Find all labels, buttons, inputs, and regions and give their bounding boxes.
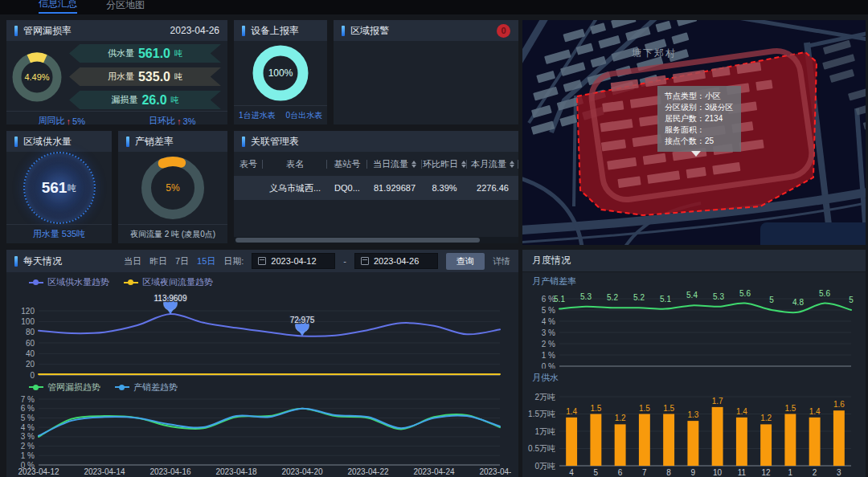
supply-value: 561 xyxy=(42,179,68,197)
svg-text:1.6: 1.6 xyxy=(833,400,845,409)
meter-out-count: 0台出水表 xyxy=(285,110,322,121)
svg-text:1.2: 1.2 xyxy=(615,414,626,422)
device-pct-label: 100% xyxy=(268,67,293,79)
svg-text:2023-04-24: 2023-04-24 xyxy=(413,467,455,476)
svg-text:100: 100 xyxy=(21,317,35,326)
calendar-icon xyxy=(361,257,369,265)
range-button-7d[interactable]: 7日 xyxy=(175,255,189,267)
svg-text:5: 5 xyxy=(769,296,774,304)
panel-accent-bar xyxy=(126,137,129,147)
svg-text:3 %: 3 % xyxy=(542,328,555,337)
legend-marker-icon xyxy=(29,282,43,283)
col-meter-name[interactable]: 表名 xyxy=(263,158,327,170)
legend-nrw-trend[interactable]: 产销差趋势 xyxy=(115,380,178,394)
svg-text:5.6: 5.6 xyxy=(819,289,830,298)
leakage-pct-label: 4.49% xyxy=(24,72,49,82)
col-meter-no[interactable]: 表号 xyxy=(234,158,263,170)
svg-text:1.4: 1.4 xyxy=(736,407,747,416)
supply-footer: 用水量 535吨 xyxy=(6,224,112,243)
detail-button[interactable]: 详情 xyxy=(493,255,510,267)
legend-marker-icon xyxy=(29,386,43,388)
svg-text:1.5: 1.5 xyxy=(784,404,796,413)
alarm-count-badge[interactable]: 0 xyxy=(497,24,510,38)
up-arrow-icon: ↑ xyxy=(67,116,72,126)
night-flow-footer: 夜间流量 2 吨 (凌晨0点) xyxy=(118,224,227,243)
panel-region-supply: 区域供水量 561 吨 用水量 535吨 xyxy=(6,131,112,243)
range-button-yesterday[interactable]: 昨日 xyxy=(149,255,167,267)
svg-text:5.1: 5.1 xyxy=(660,295,671,304)
svg-text:40: 40 xyxy=(26,349,35,358)
tooltip-service-area: 服务面积： xyxy=(665,124,734,136)
nrw-pct-label: 5% xyxy=(166,182,179,194)
svg-text:1.4: 1.4 xyxy=(809,407,821,416)
panel-title: 产销差率 xyxy=(135,135,174,149)
col-station-no[interactable]: 基站号 xyxy=(327,158,367,170)
panel-accent-bar xyxy=(14,256,18,267)
week-over-week: 周同比 ↑ 5% xyxy=(39,115,85,127)
panel-nrw-rate: 产销差率 5% 夜间流量 2 吨 (凌晨0点) xyxy=(118,131,227,243)
svg-text:120: 120 xyxy=(21,307,35,316)
daily-rate-line-chart: 0 %1 %2 %3 %4 %5 %6 %7 %2023-04-122023-0… xyxy=(6,394,511,477)
leakage-date: 2023-04-26 xyxy=(170,25,219,36)
svg-text:5: 5 xyxy=(594,468,599,477)
svg-text:1.2: 1.2 xyxy=(760,414,772,422)
legend-marker-icon xyxy=(115,386,129,388)
svg-text:1.5: 1.5 xyxy=(639,404,650,413)
svg-text:2023-04-22: 2023-04-22 xyxy=(347,467,389,476)
scrollbar-thumb[interactable] xyxy=(235,238,480,243)
table-horizontal-scrollbar[interactable] xyxy=(234,237,518,243)
svg-text:60: 60 xyxy=(26,339,35,348)
date-to-input[interactable]: 2023-04-26 xyxy=(354,253,438,269)
tooltip-households: 居民户数：2134 xyxy=(665,113,734,124)
panel-title: 关联管理表 xyxy=(251,135,299,149)
tab-zone-map[interactable]: 分区地图 xyxy=(106,0,145,14)
range-button-15d[interactable]: 15日 xyxy=(197,255,215,267)
svg-text:9: 9 xyxy=(691,468,696,477)
svg-text:0.5万吨: 0.5万吨 xyxy=(528,444,555,453)
col-daily-flow[interactable]: 当日流量 xyxy=(367,158,422,170)
svg-text:2023-04-12: 2023-04-12 xyxy=(18,467,59,476)
panel-title: 每天情况 xyxy=(23,255,62,268)
query-button[interactable]: 查询 xyxy=(446,253,485,270)
svg-text:1: 1 xyxy=(788,468,793,477)
svg-text:3 %: 3 % xyxy=(21,432,35,441)
svg-text:1 %: 1 % xyxy=(542,351,555,360)
panel-accent-bar xyxy=(242,137,245,147)
panel-leakage-rate: 管网漏损率 2023-04-26 4.49% xyxy=(6,20,227,124)
svg-text:2023-04-26: 2023-04-26 xyxy=(479,467,511,476)
col-month-flow[interactable]: 本月流量 xyxy=(467,158,518,170)
legend-leakage-trend[interactable]: 管网漏损趋势 xyxy=(29,380,100,394)
svg-text:0 %: 0 % xyxy=(542,362,555,369)
stat-usage-volume: 用水量 535.0 吨 xyxy=(69,67,221,86)
daily-flow-legend: 区域供水量趋势 区域夜间流量趋势 xyxy=(6,272,518,288)
daily-rate-legend: 管网漏损趋势 产销差趋势 xyxy=(6,378,518,394)
svg-text:1.5: 1.5 xyxy=(663,404,674,413)
svg-text:5.6: 5.6 xyxy=(739,289,751,298)
svg-text:1万吨: 1万吨 xyxy=(534,427,555,436)
meter-in-count: 1台进水表 xyxy=(239,110,276,121)
svg-text:1.4: 1.4 xyxy=(566,407,577,416)
col-vs-yesterday[interactable]: 环比昨日 xyxy=(422,158,467,170)
tooltip-node-count: 接点个数：25 xyxy=(665,136,734,147)
svg-text:2 %: 2 % xyxy=(21,442,35,450)
panel-device-report-rate: 设备上报率 100% 1台进水表 0台出水表 xyxy=(234,20,327,124)
zone-map[interactable]: 塘下郑村 节点类型：小区 分区级别：3级分区 居民户数：2134 服务面积： 接… xyxy=(522,20,866,245)
table-row[interactable]: 义乌市城西... DQ0... 81.929687 8.39% 2276.46 xyxy=(234,176,518,200)
date-from-input[interactable]: 2023-04-12 xyxy=(252,253,335,269)
supply-sphere-gauge: 561 吨 xyxy=(23,152,96,224)
stat-loss-volume: 漏损量 26.0 吨 xyxy=(69,91,221,109)
panel-title: 月度情况 xyxy=(532,254,571,267)
svg-text:7 %: 7 % xyxy=(21,395,35,404)
daily-flow-line-chart: 020406080100120113.960972.975 xyxy=(6,288,511,378)
date-range-dash: - xyxy=(343,256,346,266)
panel-title: 管网漏损率 xyxy=(23,24,72,38)
legend-marker-icon xyxy=(124,282,138,283)
panel-accent-bar xyxy=(14,26,18,36)
range-button-today[interactable]: 当日 xyxy=(124,255,141,267)
tab-info-summary[interactable]: 信息汇总 xyxy=(39,0,77,14)
svg-text:80: 80 xyxy=(26,328,35,336)
svg-text:5.2: 5.2 xyxy=(633,293,645,302)
legend-night-flow-trend[interactable]: 区域夜间流量趋势 xyxy=(124,276,213,288)
svg-text:2023-04-14: 2023-04-14 xyxy=(84,467,125,476)
legend-supply-trend[interactable]: 区域供水量趋势 xyxy=(29,276,109,288)
